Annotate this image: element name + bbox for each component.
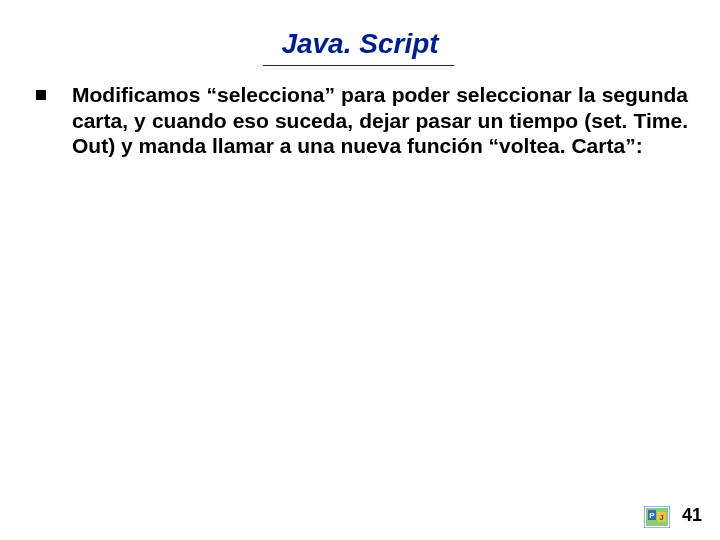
bullet-square-icon: [36, 90, 46, 100]
bullet-text: Modificamos “selecciona” para poder sele…: [72, 82, 688, 159]
body-text-block: Modificamos “selecciona” para poder sele…: [36, 82, 688, 159]
slide-title: Java. Script: [0, 28, 720, 60]
page-number: 41: [682, 505, 702, 526]
pj-logo-icon: P J: [644, 506, 670, 528]
bullet-item: Modificamos “selecciona” para poder sele…: [36, 82, 688, 159]
slide: Java. Script Modificamos “selecciona” pa…: [0, 0, 720, 540]
svg-text:P: P: [649, 511, 655, 520]
title-underline: [263, 65, 454, 66]
svg-text:J: J: [659, 513, 663, 522]
